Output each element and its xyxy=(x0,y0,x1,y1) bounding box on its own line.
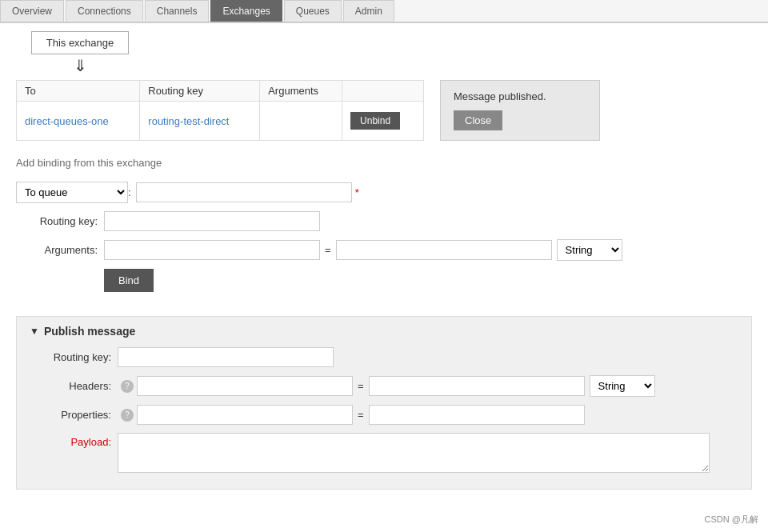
properties-equals-sign: = xyxy=(358,409,364,421)
publish-properties-row: Properties: ? = xyxy=(30,405,738,425)
routing-key-row: Routing key: xyxy=(16,211,752,231)
bind-button[interactable]: Bind xyxy=(104,269,154,292)
publish-message-title: Publish message xyxy=(44,325,135,338)
tab-overview[interactable]: Overview xyxy=(0,0,64,22)
publish-payload-row: Payload: xyxy=(30,433,738,473)
arrow-down-icon: ⇓ xyxy=(74,56,87,75)
tab-channels[interactable]: Channels xyxy=(145,0,210,22)
col-actions xyxy=(342,81,424,102)
col-to: To xyxy=(17,81,140,102)
binding-to: direct-queues-one xyxy=(17,102,140,141)
queue-link[interactable]: direct-queues-one xyxy=(25,115,109,127)
message-published-text: Message published. xyxy=(454,90,586,102)
required-star: * xyxy=(355,186,359,198)
publish-headers-type-select[interactable]: String Number Boolean xyxy=(590,375,655,397)
top-nav: Overview Connections Channels Exchanges … xyxy=(0,0,768,23)
publish-message-section: ▼ Publish message Routing key: Headers: … xyxy=(16,316,752,490)
publish-payload-textarea[interactable] xyxy=(118,433,710,473)
arguments-type-select[interactable]: String Number Boolean xyxy=(557,239,622,261)
message-published-panel: Message published. Close xyxy=(440,80,600,141)
equals-sign: = xyxy=(325,244,331,256)
headers-equals-sign: = xyxy=(358,380,364,392)
colon-label: : xyxy=(128,186,131,198)
publish-headers-key-input[interactable] xyxy=(137,376,353,396)
publish-routing-key-label: Routing key: xyxy=(30,351,118,363)
publish-headers-row: Headers: ? = String Number Boolean xyxy=(30,375,738,397)
bindings-table: To Routing key Arguments direct-queues-o… xyxy=(16,80,424,141)
publish-payload-label: Payload: xyxy=(30,433,118,448)
publish-headers-value-input[interactable] xyxy=(369,376,585,396)
exchange-source: This exchange ⇓ xyxy=(16,31,144,75)
headers-help-icon[interactable]: ? xyxy=(121,380,134,393)
routing-key-input[interactable] xyxy=(104,211,320,231)
publish-properties-value-input[interactable] xyxy=(369,405,585,425)
arguments-value-input[interactable] xyxy=(336,240,552,260)
arguments-key-input[interactable] xyxy=(104,240,320,260)
col-arguments: Arguments xyxy=(260,81,342,102)
routing-key-label: Routing key: xyxy=(16,215,104,227)
add-binding-title: Add binding from this exchange xyxy=(16,157,752,172)
unbind-button[interactable]: Unbind xyxy=(350,112,400,130)
publish-routing-key-row: Routing key: xyxy=(30,347,738,367)
binding-routing-key: routing-test-direct xyxy=(140,102,260,141)
this-exchange-button[interactable]: This exchange xyxy=(31,31,130,54)
binding-arguments xyxy=(260,102,342,141)
to-queue-select[interactable]: To queue To exchange xyxy=(16,182,128,203)
tab-exchanges[interactable]: Exchanges xyxy=(210,0,282,22)
main-content: This exchange ⇓ To Routing key Arguments… xyxy=(0,23,768,498)
tab-admin[interactable]: Admin xyxy=(343,0,394,22)
publish-properties-key-input[interactable] xyxy=(137,405,353,425)
tab-connections[interactable]: Connections xyxy=(66,0,143,22)
arguments-label: Arguments: xyxy=(16,244,104,256)
publish-routing-key-input[interactable] xyxy=(118,347,334,367)
col-routing-key: Routing key xyxy=(140,81,260,102)
binding-actions: Unbind xyxy=(342,102,424,141)
close-button[interactable]: Close xyxy=(454,110,502,130)
arguments-row: Arguments: = String Number Boolean xyxy=(16,239,752,261)
table-row: direct-queues-one routing-test-direct Un… xyxy=(17,102,424,141)
queue-name-input[interactable] xyxy=(136,182,352,202)
publish-properties-label: Properties: xyxy=(30,409,118,421)
collapse-triangle-icon: ▼ xyxy=(30,326,39,337)
tab-queues[interactable]: Queues xyxy=(284,0,342,22)
properties-help-icon[interactable]: ? xyxy=(121,409,134,422)
publish-headers-label: Headers: xyxy=(30,380,118,392)
bindings-area: To Routing key Arguments direct-queues-o… xyxy=(16,80,752,141)
to-queue-row: To queue To exchange : * xyxy=(16,182,752,203)
publish-message-header[interactable]: ▼ Publish message xyxy=(30,325,738,338)
